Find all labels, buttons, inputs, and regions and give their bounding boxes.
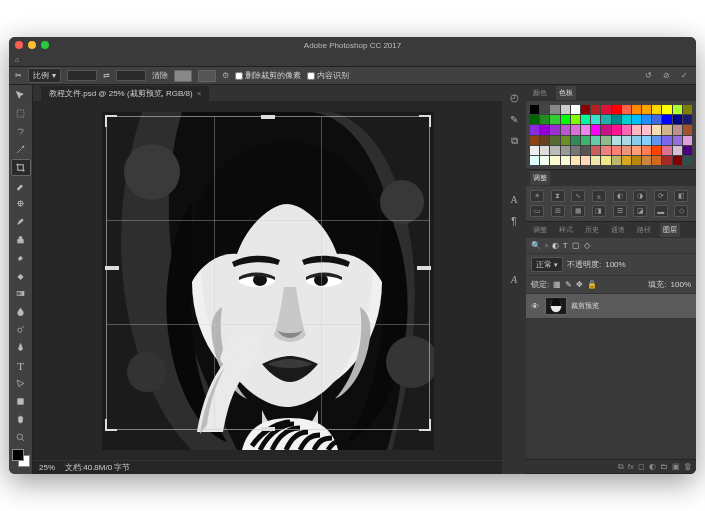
adj-exposure[interactable]: ± (592, 190, 606, 202)
swatch[interactable] (591, 156, 600, 165)
healing-tool[interactable] (11, 195, 31, 212)
swatch[interactable] (652, 146, 661, 155)
dodge-tool[interactable] (11, 321, 31, 338)
eraser-tool[interactable] (11, 267, 31, 284)
tab-adjustments[interactable]: 调整 (530, 171, 550, 185)
close-tab-icon[interactable]: × (197, 89, 202, 98)
crop-handle-tl[interactable] (105, 115, 119, 129)
pen-tool[interactable] (11, 339, 31, 356)
swatch[interactable] (581, 156, 590, 165)
fx-icon[interactable]: fx (628, 462, 634, 471)
commit-icon[interactable]: ✓ (678, 70, 690, 82)
swatch[interactable] (561, 156, 570, 165)
crop-handle-r[interactable] (417, 266, 431, 270)
stamp-tool[interactable] (11, 231, 31, 248)
adj-hue[interactable]: ◑ (633, 190, 647, 202)
delete-cropped-checkbox[interactable]: 删除裁剪的像素 (235, 70, 301, 81)
swatch[interactable] (642, 105, 651, 114)
swatch[interactable] (673, 146, 682, 155)
swatch[interactable] (530, 146, 539, 155)
swatch[interactable] (632, 105, 641, 114)
adj-lookup[interactable]: ▦ (571, 205, 585, 217)
swatch[interactable] (530, 156, 539, 165)
adj-balance[interactable]: ⟳ (654, 190, 668, 202)
swatch[interactable] (601, 125, 610, 134)
swatch[interactable] (601, 156, 610, 165)
swatch[interactable] (632, 136, 641, 145)
swatch[interactable] (581, 105, 590, 114)
swatch[interactable] (683, 156, 692, 165)
swatch[interactable] (571, 156, 580, 165)
history-brush-tool[interactable] (11, 249, 31, 266)
lock-all-icon[interactable]: 🔒 (587, 280, 597, 289)
swatch[interactable] (540, 156, 549, 165)
swatch[interactable] (612, 146, 621, 155)
tab-channels[interactable]: 通道 (608, 223, 628, 237)
swatch[interactable] (612, 125, 621, 134)
layer-row[interactable]: 👁 裁剪预览 (526, 294, 696, 319)
swatch[interactable] (591, 136, 600, 145)
grid-overlay-button[interactable] (174, 70, 192, 82)
cancel-icon[interactable]: ⊘ (660, 70, 672, 82)
zoom-tool[interactable] (11, 429, 31, 446)
adj-poster[interactable]: ☰ (613, 205, 627, 217)
layer-name[interactable]: 裁剪预览 (571, 301, 599, 311)
tab-swatches[interactable]: 色板 (556, 86, 576, 100)
swatch[interactable] (642, 146, 651, 155)
swatch[interactable] (652, 125, 661, 134)
swatch[interactable] (683, 146, 692, 155)
blur-tool[interactable] (11, 303, 31, 320)
swatch[interactable] (622, 156, 631, 165)
swatch[interactable] (612, 115, 621, 124)
swatch[interactable] (581, 146, 590, 155)
opacity-value[interactable]: 100% (605, 260, 625, 269)
swatch[interactable] (612, 136, 621, 145)
swatch[interactable] (662, 156, 671, 165)
tab-styles[interactable]: 样式 (556, 223, 576, 237)
fill-value[interactable]: 100% (671, 280, 691, 289)
crop-handle-b[interactable] (261, 427, 275, 431)
swatch[interactable] (622, 115, 631, 124)
adj-brightness[interactable]: ☀ (530, 190, 544, 202)
swatch[interactable] (540, 115, 549, 124)
new-layer-icon[interactable]: ▣ (672, 462, 680, 471)
move-tool[interactable] (11, 87, 31, 104)
swatch[interactable] (591, 105, 600, 114)
swatch[interactable] (561, 115, 570, 124)
tab-history[interactable]: 历史 (582, 223, 602, 237)
layer-thumbnail[interactable] (545, 297, 567, 315)
mask-icon[interactable]: ◻ (638, 462, 645, 471)
shape-tool[interactable] (11, 393, 31, 410)
eyedropper-tool[interactable] (11, 177, 31, 194)
adj-levels[interactable]: ⧗ (551, 190, 565, 202)
swatch[interactable] (662, 115, 671, 124)
reset-icon[interactable]: ↺ (642, 70, 654, 82)
swatch[interactable] (571, 125, 580, 134)
filter-img-icon[interactable]: ▫ (545, 241, 548, 250)
swatch[interactable] (673, 156, 682, 165)
swatch[interactable] (683, 115, 692, 124)
adj-photo[interactable]: ▭ (530, 205, 544, 217)
swatch[interactable] (622, 136, 631, 145)
tab-color[interactable]: 颜色 (530, 86, 550, 100)
swatch[interactable] (540, 146, 549, 155)
swatch[interactable] (571, 105, 580, 114)
lock-trans-icon[interactable]: ▦ (553, 280, 561, 289)
character-panel-icon[interactable]: A (506, 191, 522, 207)
ratio-dropdown[interactable]: 比例 ▾ (28, 68, 61, 83)
settings-icon[interactable]: ⚙ (222, 71, 229, 80)
lock-paint-icon[interactable]: ✎ (565, 280, 572, 289)
swatch[interactable] (571, 136, 580, 145)
color-swatches[interactable] (12, 449, 30, 467)
swatch[interactable] (561, 125, 570, 134)
width-input[interactable] (67, 70, 97, 81)
crop-tool-icon[interactable]: ✂ (15, 71, 22, 80)
link-icon[interactable]: ⧉ (618, 462, 624, 472)
swatch[interactable] (581, 125, 590, 134)
grid-options-button[interactable] (198, 70, 216, 82)
swatch[interactable] (581, 115, 590, 124)
swatch[interactable] (561, 146, 570, 155)
content-aware-checkbox[interactable]: 内容识别 (307, 70, 349, 81)
swatch[interactable] (601, 146, 610, 155)
adj-select[interactable]: ◇ (674, 205, 688, 217)
